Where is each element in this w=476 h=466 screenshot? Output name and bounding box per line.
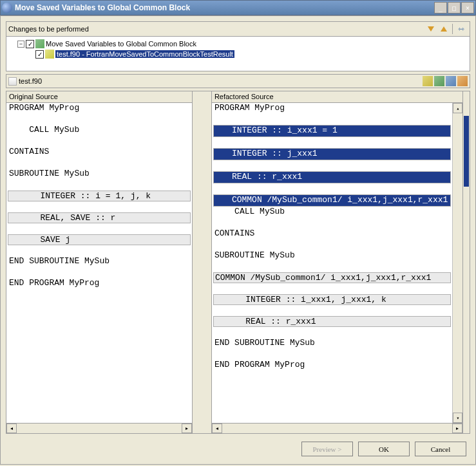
diff-block: COMMON /MySub_common1/ i_xxx1,j_xxx1,r_x… [213, 194, 451, 207]
filter-icon[interactable] [455, 23, 467, 35]
changes-panel: Changes to be performed − ✓ Move Saved V… [6, 21, 470, 71]
tree-child-row[interactable]: ✓ test.f90 - FortranMoveSavedToCommonBlo… [8, 49, 468, 59]
code-line: SUBROUTINE MySub [212, 250, 452, 261]
refactored-pane: Refactored Source PROGRAM MyProg INTEGER… [211, 91, 463, 434]
app-icon [2, 3, 12, 13]
original-header: Original Source [6, 91, 192, 103]
diff-block: INTEGER :: i_xxx1, j_xxx1, k [213, 294, 451, 305]
compare-icon-2[interactable] [434, 76, 444, 86]
diff-block: COMMON /MySub_common1/ i_xxx1,j_xxx1,r_x… [213, 272, 451, 283]
refactored-header: Refactored Source [212, 91, 462, 103]
tree-root-label: Move Saved Variables to Global Common Bl… [46, 40, 196, 48]
ok-button[interactable]: OK [358, 442, 410, 456]
code-line: CALL MySub [6, 125, 192, 136]
original-code[interactable]: PROGRAM MyProg CALL MySub CONTAINS SUBRO… [6, 103, 192, 423]
diff-block: SAVE j [8, 234, 191, 245]
diff-block: REAL :: r_xxx1 [213, 171, 451, 183]
diff-block: INTEGER :: i = 1, j, k [8, 191, 191, 201]
scroll-right-icon[interactable]: ▸ [182, 424, 192, 433]
file-name: test.f90 [19, 77, 423, 85]
close-button[interactable]: × [461, 2, 474, 14]
code-line: END SUBROUTINE MySub [6, 256, 192, 267]
tree-root-row[interactable]: − ✓ Move Saved Variables to Global Commo… [8, 39, 468, 49]
main-container: Changes to be performed − ✓ Move Saved V… [0, 15, 476, 465]
scroll-left-icon[interactable]: ◂ [6, 424, 17, 433]
minimize-button[interactable]: _ [434, 2, 447, 14]
expander-icon[interactable]: − [17, 41, 24, 48]
changes-tree[interactable]: − ✓ Move Saved Variables to Global Commo… [6, 36, 470, 71]
preview-button: Preview > [301, 442, 353, 456]
window-controls: _ □ × [434, 2, 474, 14]
scroll-down-icon[interactable]: ▾ [453, 413, 462, 423]
changes-heading: Changes to be performed [8, 25, 424, 33]
separator [452, 24, 453, 34]
scroll-left-icon[interactable]: ◂ [212, 424, 222, 433]
vertical-scrollbar[interactable]: ▴ ▾ [452, 103, 462, 423]
next-change-icon[interactable] [425, 23, 437, 35]
refactored-code[interactable]: PROGRAM MyProg INTEGER :: i_xxx1 = 1 INT… [212, 103, 462, 423]
maximize-button[interactable]: □ [448, 2, 461, 14]
code-line: PROGRAM MyProg [212, 103, 452, 114]
cancel-button[interactable]: Cancel [415, 442, 466, 456]
diff-container: Original Source PROGRAM MyProg CALL MySu… [6, 91, 470, 434]
compare-icon-3[interactable] [446, 76, 456, 86]
horizontal-scrollbar[interactable]: ◂ ▸ [6, 423, 192, 433]
diff-block: REAL, SAVE :: r [8, 212, 191, 223]
previous-change-icon[interactable] [438, 23, 450, 35]
code-line: END PROGRAM MyProg [6, 278, 192, 289]
overview-ruler[interactable] [463, 91, 470, 434]
code-line: END PROGRAM MyProg [212, 360, 452, 371]
code-line: CONTAINS [212, 228, 452, 239]
diff-block: INTEGER :: j_xxx1 [213, 148, 451, 160]
file-tab-bar: test.f90 [6, 74, 470, 88]
checkbox[interactable]: ✓ [35, 50, 44, 59]
scroll-up-icon[interactable]: ▴ [453, 103, 462, 113]
compare-toolbar [423, 76, 468, 86]
code-line: CALL MySub [212, 207, 452, 218]
title-bar: Move Saved Variables to Global Common Bl… [0, 0, 476, 15]
file-icon [8, 77, 17, 86]
checkbox[interactable]: ✓ [26, 40, 34, 48]
diff-block: REAL :: r_xxx1 [213, 316, 451, 327]
code-line: SUBROUTINE MySub [6, 169, 192, 180]
file-icon [45, 50, 54, 59]
diff-gutter [193, 91, 211, 434]
compare-icon-1[interactable] [423, 76, 433, 86]
compare-icon-4[interactable] [457, 76, 468, 86]
scroll-right-icon[interactable]: ▸ [452, 424, 462, 433]
original-pane: Original Source PROGRAM MyProg CALL MySu… [6, 91, 193, 434]
change-icon [35, 39, 44, 48]
code-line: CONTAINS [6, 147, 192, 158]
horizontal-scrollbar[interactable]: ◂ ▸ [212, 423, 462, 433]
changes-header: Changes to be performed [6, 22, 470, 36]
button-row: Preview > OK Cancel [6, 436, 470, 459]
code-line: END SUBROUTINE MySub [212, 338, 452, 349]
window-title: Move Saved Variables to Global Common Bl… [15, 3, 434, 12]
diff-block: INTEGER :: i_xxx1 = 1 [213, 125, 451, 137]
tree-child-label: test.f90 - FortranMoveSavedToCommonBlock… [55, 50, 234, 58]
code-line: PROGRAM MyProg [6, 103, 192, 114]
